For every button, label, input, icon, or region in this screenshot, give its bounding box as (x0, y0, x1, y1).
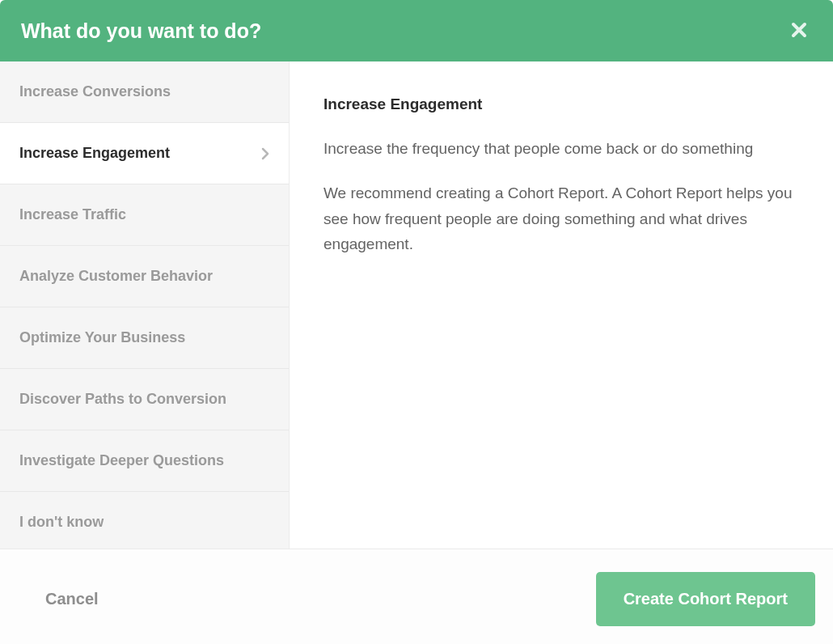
sidebar-item-optimize-your-business[interactable]: Optimize Your Business (0, 307, 289, 369)
modal-body: Increase Conversions Increase Engagement… (0, 61, 833, 549)
detail-panel: Increase Engagement Increase the frequen… (290, 61, 833, 549)
sidebar-item-label: Investigate Deeper Questions (19, 452, 224, 469)
modal: What do you want to do? Increase Convers… (0, 0, 833, 644)
sidebar-item-label: Increase Engagement (19, 145, 170, 162)
modal-header: What do you want to do? (0, 0, 833, 61)
sidebar-item-increase-conversions[interactable]: Increase Conversions (0, 61, 289, 123)
sidebar-item-label: Increase Traffic (19, 206, 126, 223)
sidebar-item-label: I don't know (19, 514, 104, 531)
sidebar-item-discover-paths-to-conversion[interactable]: Discover Paths to Conversion (0, 369, 289, 430)
detail-description: We recommend creating a Cohort Report. A… (323, 180, 802, 256)
detail-title: Increase Engagement (323, 95, 802, 113)
sidebar-item-label: Discover Paths to Conversion (19, 391, 226, 408)
sidebar-item-increase-engagement[interactable]: Increase Engagement (0, 123, 289, 184)
create-cohort-report-button[interactable]: Create Cohort Report (596, 572, 815, 626)
sidebar: Increase Conversions Increase Engagement… (0, 61, 290, 549)
sidebar-item-i-dont-know[interactable]: I don't know (0, 492, 289, 549)
modal-footer: Cancel Create Cohort Report (0, 549, 833, 644)
sidebar-item-label: Optimize Your Business (19, 329, 185, 346)
modal-title: What do you want to do? (21, 19, 261, 43)
sidebar-item-label: Increase Conversions (19, 83, 171, 100)
chevron-right-icon (261, 147, 269, 160)
detail-subtitle: Increase the frequency that people come … (323, 136, 802, 161)
sidebar-item-increase-traffic[interactable]: Increase Traffic (0, 184, 289, 246)
close-icon[interactable] (786, 18, 812, 44)
sidebar-item-analyze-customer-behavior[interactable]: Analyze Customer Behavior (0, 246, 289, 307)
sidebar-item-investigate-deeper-questions[interactable]: Investigate Deeper Questions (0, 430, 289, 492)
sidebar-item-label: Analyze Customer Behavior (19, 268, 213, 285)
cancel-button[interactable]: Cancel (45, 590, 99, 608)
